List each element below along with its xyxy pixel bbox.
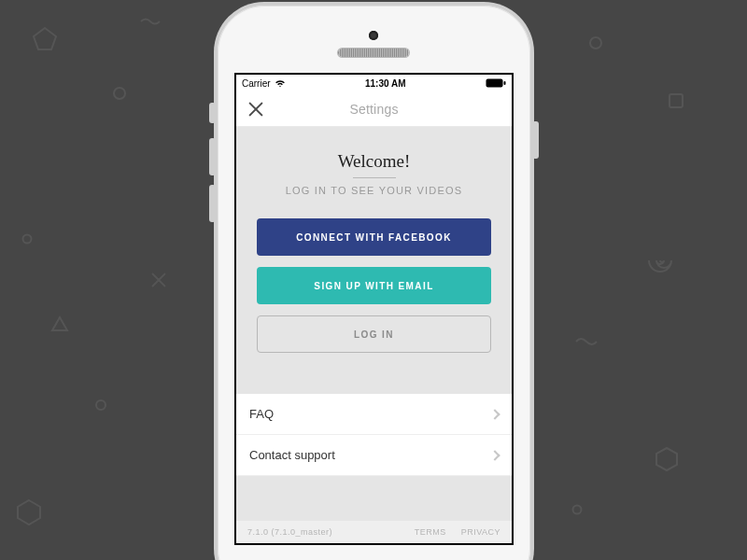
svg-rect-7 — [669, 94, 683, 107]
row-contact-support[interactable]: Contact support — [236, 435, 512, 476]
svg-rect-11 — [503, 81, 505, 85]
connect-facebook-button[interactable]: CONNECT WITH FACEBOOK — [257, 218, 491, 256]
phone-screen: Carrier 11:30 AM Settings Welcome! LOG I… — [234, 73, 514, 545]
svg-marker-0 — [34, 28, 56, 49]
phone-speaker — [338, 49, 409, 57]
doodle-hexagon — [654, 446, 680, 472]
privacy-link[interactable]: PRIVACY — [461, 527, 500, 537]
svg-point-4 — [96, 400, 106, 410]
doodle-spiral — [646, 245, 678, 276]
svg-marker-3 — [52, 317, 67, 330]
svg-marker-5 — [18, 500, 40, 525]
nav-bar: Settings — [236, 91, 512, 127]
row-label: Contact support — [249, 448, 335, 462]
carrier-label: Carrier — [242, 78, 271, 89]
doodle-circle — [588, 35, 603, 50]
chevron-right-icon — [489, 450, 500, 460]
nav-title: Settings — [236, 102, 512, 117]
welcome-subtitle: LOG IN TO SEE YOUR VIDEOS — [251, 185, 497, 196]
doodle-circle — [21, 233, 33, 245]
svg-point-6 — [590, 37, 601, 49]
signup-email-button[interactable]: SIGN UP WITH EMAIL — [257, 267, 491, 304]
svg-point-9 — [573, 506, 582, 514]
svg-rect-10 — [486, 79, 502, 88]
footer: 7.1.0 (7.1.0_master) TERMS PRIVACY — [236, 521, 512, 543]
wifi-icon — [275, 79, 286, 88]
close-icon[interactable] — [247, 101, 264, 118]
doodle-circle — [112, 86, 127, 101]
doodle-circle — [94, 399, 107, 412]
welcome-headline: Welcome! — [251, 151, 497, 172]
svg-point-1 — [114, 88, 125, 99]
doodle-square — [667, 91, 685, 110]
auth-buttons: CONNECT WITH FACEBOOK SIGN UP WITH EMAIL… — [236, 205, 512, 386]
doodle-hexagon — [15, 498, 43, 526]
settings-list: FAQ Contact support — [236, 394, 512, 476]
version-label: 7.1.0 (7.1.0_master) — [247, 527, 332, 537]
chevron-right-icon — [489, 409, 500, 419]
login-button[interactable]: LOG IN — [257, 315, 491, 353]
doodle-x — [149, 271, 168, 289]
phone-camera — [369, 31, 378, 40]
row-label: FAQ — [249, 407, 274, 421]
clock: 11:30 AM — [365, 78, 406, 89]
doodle-squiggle — [140, 17, 161, 26]
doodle-squiggle — [575, 336, 598, 347]
status-bar: Carrier 11:30 AM — [236, 75, 512, 91]
svg-marker-8 — [656, 448, 677, 470]
divider — [353, 177, 396, 178]
battery-icon — [486, 78, 506, 88]
svg-point-2 — [23, 235, 32, 244]
doodle-circle — [571, 504, 583, 515]
doodle-triangle — [50, 315, 69, 332]
terms-link[interactable]: TERMS — [415, 527, 446, 537]
doodle-pentagon — [32, 26, 58, 52]
row-faq[interactable]: FAQ — [236, 394, 512, 435]
welcome-block: Welcome! LOG IN TO SEE YOUR VIDEOS — [236, 127, 512, 205]
